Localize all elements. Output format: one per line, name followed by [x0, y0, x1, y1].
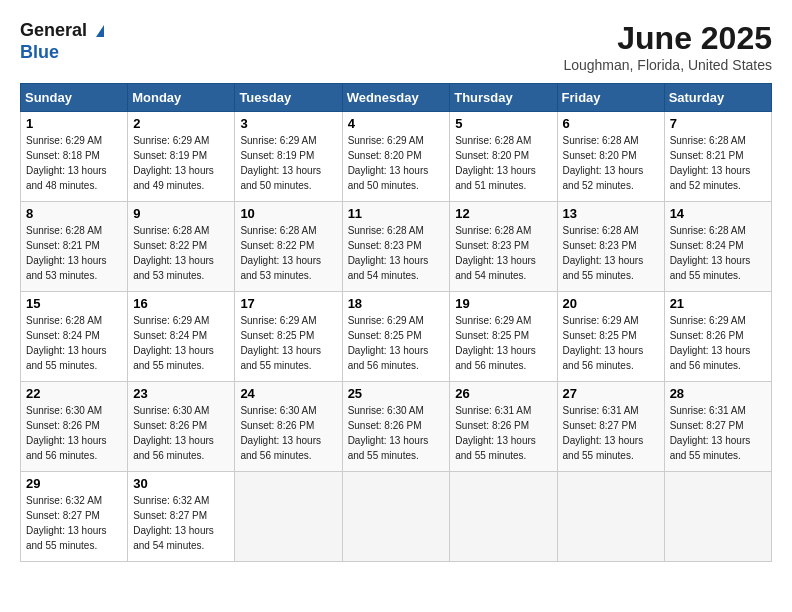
calendar-header-row: SundayMondayTuesdayWednesdayThursdayFrid…	[21, 84, 772, 112]
calendar-day-cell: 3Sunrise: 6:29 AMSunset: 8:19 PMDaylight…	[235, 112, 342, 202]
calendar-week-row: 22Sunrise: 6:30 AMSunset: 8:26 PMDayligh…	[21, 382, 772, 472]
day-info: Sunrise: 6:28 AMSunset: 8:20 PMDaylight:…	[455, 133, 551, 193]
calendar-day-cell	[450, 472, 557, 562]
day-info: Sunrise: 6:30 AMSunset: 8:26 PMDaylight:…	[240, 403, 336, 463]
calendar-day-cell: 26Sunrise: 6:31 AMSunset: 8:26 PMDayligh…	[450, 382, 557, 472]
day-number: 23	[133, 386, 229, 401]
day-info: Sunrise: 6:31 AMSunset: 8:27 PMDaylight:…	[563, 403, 659, 463]
day-info: Sunrise: 6:32 AMSunset: 8:27 PMDaylight:…	[133, 493, 229, 553]
calendar-day-cell: 8Sunrise: 6:28 AMSunset: 8:21 PMDaylight…	[21, 202, 128, 292]
title-section: June 2025 Loughman, Florida, United Stat…	[563, 20, 772, 73]
calendar-day-cell	[557, 472, 664, 562]
day-number: 6	[563, 116, 659, 131]
calendar-day-cell: 5Sunrise: 6:28 AMSunset: 8:20 PMDaylight…	[450, 112, 557, 202]
calendar-col-header: Monday	[128, 84, 235, 112]
day-number: 13	[563, 206, 659, 221]
day-number: 25	[348, 386, 445, 401]
day-number: 18	[348, 296, 445, 311]
day-info: Sunrise: 6:30 AMSunset: 8:26 PMDaylight:…	[348, 403, 445, 463]
calendar-col-header: Wednesday	[342, 84, 450, 112]
day-number: 19	[455, 296, 551, 311]
day-info: Sunrise: 6:29 AMSunset: 8:25 PMDaylight:…	[348, 313, 445, 373]
calendar-day-cell: 2Sunrise: 6:29 AMSunset: 8:19 PMDaylight…	[128, 112, 235, 202]
day-info: Sunrise: 6:28 AMSunset: 8:23 PMDaylight:…	[563, 223, 659, 283]
day-number: 1	[26, 116, 122, 131]
calendar-day-cell: 7Sunrise: 6:28 AMSunset: 8:21 PMDaylight…	[664, 112, 771, 202]
day-info: Sunrise: 6:32 AMSunset: 8:27 PMDaylight:…	[26, 493, 122, 553]
page-header: General Blue June 2025 Loughman, Florida…	[20, 20, 772, 73]
day-info: Sunrise: 6:29 AMSunset: 8:26 PMDaylight:…	[670, 313, 766, 373]
calendar-day-cell	[235, 472, 342, 562]
calendar-table: SundayMondayTuesdayWednesdayThursdayFrid…	[20, 83, 772, 562]
calendar-day-cell: 20Sunrise: 6:29 AMSunset: 8:25 PMDayligh…	[557, 292, 664, 382]
calendar-day-cell: 25Sunrise: 6:30 AMSunset: 8:26 PMDayligh…	[342, 382, 450, 472]
day-info: Sunrise: 6:29 AMSunset: 8:19 PMDaylight:…	[133, 133, 229, 193]
day-number: 28	[670, 386, 766, 401]
month-year-title: June 2025	[563, 20, 772, 57]
calendar-week-row: 8Sunrise: 6:28 AMSunset: 8:21 PMDaylight…	[21, 202, 772, 292]
calendar-col-header: Tuesday	[235, 84, 342, 112]
day-number: 17	[240, 296, 336, 311]
calendar-day-cell: 1Sunrise: 6:29 AMSunset: 8:18 PMDaylight…	[21, 112, 128, 202]
day-number: 2	[133, 116, 229, 131]
day-info: Sunrise: 6:30 AMSunset: 8:26 PMDaylight:…	[133, 403, 229, 463]
day-number: 14	[670, 206, 766, 221]
calendar-day-cell	[342, 472, 450, 562]
calendar-day-cell: 18Sunrise: 6:29 AMSunset: 8:25 PMDayligh…	[342, 292, 450, 382]
calendar-week-row: 1Sunrise: 6:29 AMSunset: 8:18 PMDaylight…	[21, 112, 772, 202]
day-number: 8	[26, 206, 122, 221]
day-number: 10	[240, 206, 336, 221]
day-info: Sunrise: 6:30 AMSunset: 8:26 PMDaylight:…	[26, 403, 122, 463]
calendar-day-cell: 23Sunrise: 6:30 AMSunset: 8:26 PMDayligh…	[128, 382, 235, 472]
day-info: Sunrise: 6:29 AMSunset: 8:25 PMDaylight:…	[563, 313, 659, 373]
day-info: Sunrise: 6:28 AMSunset: 8:22 PMDaylight:…	[240, 223, 336, 283]
day-info: Sunrise: 6:28 AMSunset: 8:23 PMDaylight:…	[348, 223, 445, 283]
calendar-day-cell: 17Sunrise: 6:29 AMSunset: 8:25 PMDayligh…	[235, 292, 342, 382]
logo-general: General	[20, 20, 87, 40]
day-info: Sunrise: 6:31 AMSunset: 8:27 PMDaylight:…	[670, 403, 766, 463]
location-subtitle: Loughman, Florida, United States	[563, 57, 772, 73]
calendar-day-cell: 4Sunrise: 6:29 AMSunset: 8:20 PMDaylight…	[342, 112, 450, 202]
day-info: Sunrise: 6:29 AMSunset: 8:24 PMDaylight:…	[133, 313, 229, 373]
day-number: 3	[240, 116, 336, 131]
day-number: 12	[455, 206, 551, 221]
day-number: 27	[563, 386, 659, 401]
day-number: 30	[133, 476, 229, 491]
calendar-day-cell: 19Sunrise: 6:29 AMSunset: 8:25 PMDayligh…	[450, 292, 557, 382]
calendar-col-header: Thursday	[450, 84, 557, 112]
calendar-week-row: 15Sunrise: 6:28 AMSunset: 8:24 PMDayligh…	[21, 292, 772, 382]
day-number: 4	[348, 116, 445, 131]
day-number: 24	[240, 386, 336, 401]
calendar-day-cell	[664, 472, 771, 562]
calendar-col-header: Friday	[557, 84, 664, 112]
day-number: 15	[26, 296, 122, 311]
day-info: Sunrise: 6:29 AMSunset: 8:20 PMDaylight:…	[348, 133, 445, 193]
day-info: Sunrise: 6:29 AMSunset: 8:19 PMDaylight:…	[240, 133, 336, 193]
day-info: Sunrise: 6:29 AMSunset: 8:25 PMDaylight:…	[240, 313, 336, 373]
calendar-day-cell: 11Sunrise: 6:28 AMSunset: 8:23 PMDayligh…	[342, 202, 450, 292]
day-number: 22	[26, 386, 122, 401]
day-info: Sunrise: 6:28 AMSunset: 8:21 PMDaylight:…	[26, 223, 122, 283]
calendar-day-cell: 12Sunrise: 6:28 AMSunset: 8:23 PMDayligh…	[450, 202, 557, 292]
day-info: Sunrise: 6:29 AMSunset: 8:18 PMDaylight:…	[26, 133, 122, 193]
day-info: Sunrise: 6:28 AMSunset: 8:20 PMDaylight:…	[563, 133, 659, 193]
calendar-day-cell: 10Sunrise: 6:28 AMSunset: 8:22 PMDayligh…	[235, 202, 342, 292]
day-info: Sunrise: 6:28 AMSunset: 8:22 PMDaylight:…	[133, 223, 229, 283]
day-number: 26	[455, 386, 551, 401]
day-info: Sunrise: 6:28 AMSunset: 8:23 PMDaylight:…	[455, 223, 551, 283]
day-info: Sunrise: 6:28 AMSunset: 8:24 PMDaylight:…	[670, 223, 766, 283]
day-info: Sunrise: 6:31 AMSunset: 8:26 PMDaylight:…	[455, 403, 551, 463]
day-info: Sunrise: 6:28 AMSunset: 8:21 PMDaylight:…	[670, 133, 766, 193]
logo-triangle-icon	[96, 25, 104, 37]
calendar-day-cell: 22Sunrise: 6:30 AMSunset: 8:26 PMDayligh…	[21, 382, 128, 472]
calendar-col-header: Saturday	[664, 84, 771, 112]
day-number: 20	[563, 296, 659, 311]
logo-blue: Blue	[20, 42, 104, 64]
calendar-day-cell: 21Sunrise: 6:29 AMSunset: 8:26 PMDayligh…	[664, 292, 771, 382]
calendar-day-cell: 13Sunrise: 6:28 AMSunset: 8:23 PMDayligh…	[557, 202, 664, 292]
logo: General Blue	[20, 20, 104, 63]
day-number: 21	[670, 296, 766, 311]
day-number: 9	[133, 206, 229, 221]
calendar-day-cell: 15Sunrise: 6:28 AMSunset: 8:24 PMDayligh…	[21, 292, 128, 382]
calendar-col-header: Sunday	[21, 84, 128, 112]
